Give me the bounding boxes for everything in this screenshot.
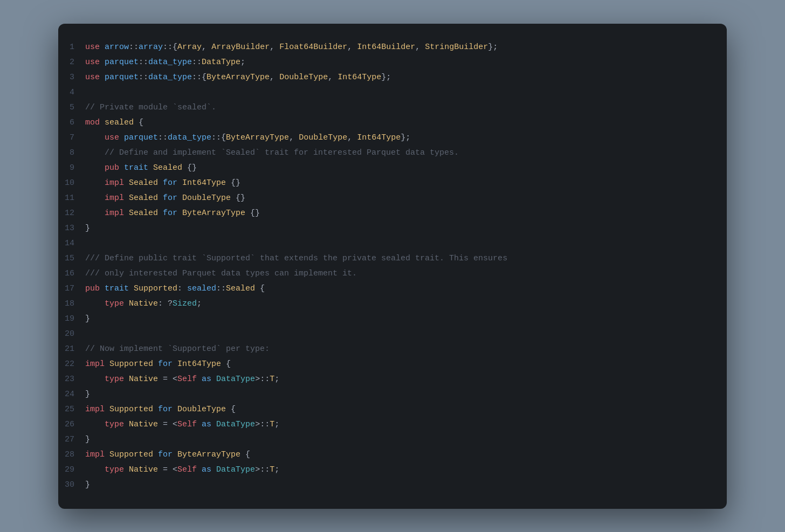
token-type: Supported [134,284,177,293]
token-kw: impl [105,194,129,203]
token-kw: impl [105,178,129,188]
token-type: DoubleType [279,73,328,82]
token-type: Int64Type [182,178,226,188]
token-type: Supported [109,450,153,459]
line-number: 10 [58,176,85,190]
line-number: 3 [58,71,85,85]
token-ns: parquet [105,58,139,67]
code-line: 9 pub trait Sealed {} [58,161,727,176]
token-plain [85,133,105,142]
token-plain [197,420,202,429]
code-line: 16/// only interested Parquet data types… [58,266,727,281]
token-ns: sealed [187,284,216,293]
token-type: Int64Type [338,73,381,82]
code-line: 27} [58,432,727,447]
token-type: T [270,420,274,429]
token-type: StringBuilder [425,43,488,52]
token-kw-blue: for [158,360,177,369]
token-self-red: Self [177,465,197,474]
line-number: 26 [58,418,85,432]
token-type: DataType [202,58,240,67]
token-type: Native [129,299,158,308]
token-plain: : [177,284,187,293]
token-comment: // Now implement `Supported` per type: [85,344,270,354]
token-plain: >:: [255,420,270,429]
token-comment: /// only interested Parquet data types c… [85,269,357,278]
token-plain: = < [158,420,177,429]
token-plain: :: [139,73,148,82]
token-type: DoubleType [177,405,226,414]
line-content: } [85,222,711,236]
code-line: 2use parquet::data_type::DataType; [58,55,727,70]
token-plain: ::{ [211,133,226,142]
line-number: 2 [58,56,85,70]
code-line: 10 impl Sealed for Int64Type {} [58,176,727,191]
line-content: use parquet::data_type::{ByteArrayType, … [85,131,711,145]
token-type: Int64Type [357,133,401,142]
line-number: 1 [58,40,85,54]
line-number: 4 [58,86,85,100]
token-type-teal: Sized [173,299,197,308]
code-line: 5// Private module `sealed`. [58,100,727,115]
line-content: // Private module `sealed`. [85,101,711,115]
code-window: 1use arrow::array::{Array, ArrayBuilder,… [58,24,727,509]
code-line: 1use arrow::array::{Array, ArrayBuilder,… [58,40,727,55]
code-line: 20 [58,327,727,342]
code-line: 17pub trait Supported: sealed::Sealed { [58,281,727,296]
token-plain [85,299,105,308]
token-kw: type [105,465,129,474]
token-kw-blue: trait [124,163,153,172]
token-type: ByteArrayType [226,133,289,142]
line-content: use arrow::array::{Array, ArrayBuilder, … [85,40,711,54]
line-content: use parquet::data_type::DataType; [85,56,711,70]
code-line: 26 type Native = <Self as DataType>::T; [58,417,727,432]
line-content: type Native: ?Sized; [85,297,711,311]
line-content: pub trait Sealed {} [85,161,711,175]
token-kw: use [85,58,105,67]
token-plain: }; [401,133,410,142]
token-plain: : ? [158,299,173,308]
line-number: 22 [58,357,85,371]
token-plain [158,209,163,218]
code-line: 22impl Supported for Int64Type { [58,357,727,372]
line-content: use parquet::data_type::{ByteArrayType, … [85,71,711,85]
token-plain: :: [192,58,202,67]
token-plain: ; [274,375,279,384]
line-number: 14 [58,237,85,251]
token-type: Sealed [129,194,158,203]
token-kw: impl [85,360,109,369]
code-line: 19} [58,312,727,327]
token-kw: use [105,133,124,142]
line-number: 24 [58,388,85,402]
token-plain: ; [274,465,279,474]
token-plain: {} [182,163,197,172]
line-content: type Native = <Self as DataType>::T; [85,418,711,432]
line-number: 6 [58,116,85,130]
token-plain: {} [226,178,240,188]
token-plain: :: [216,284,226,293]
token-type-teal: DataType [216,375,255,384]
token-plain: >:: [255,465,270,474]
token-type: ByteArrayType [177,450,240,459]
token-kw: pub [85,284,105,293]
token-plain: , [415,43,425,52]
line-content: /// only interested Parquet data types c… [85,267,711,281]
token-type: Array [177,43,202,52]
token-plain: { [134,118,143,127]
token-plain: , [328,73,338,82]
code-line: 13} [58,221,727,236]
line-content: type Native = <Self as DataType>::T; [85,372,711,386]
line-number: 7 [58,131,85,145]
code-line: 18 type Native: ?Sized; [58,296,727,312]
token-plain: { [255,284,265,293]
line-number: 5 [58,101,85,115]
token-plain: = < [158,375,177,384]
token-type: Native [129,465,158,474]
line-number: 27 [58,433,85,447]
token-type: ArrayBuilder [211,43,270,52]
token-plain: :: [163,43,173,52]
token-plain: >:: [255,375,270,384]
token-plain [85,163,105,172]
token-plain [158,194,163,203]
token-type-teal: DataType [216,465,255,474]
